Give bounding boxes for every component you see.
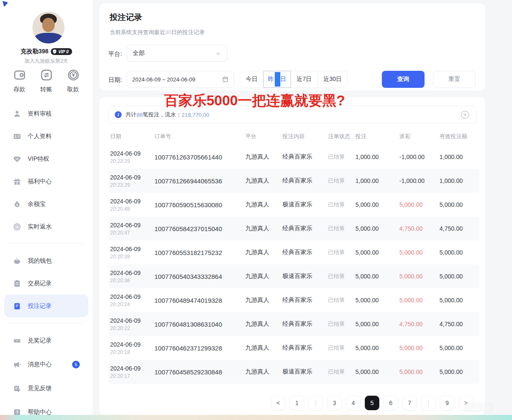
- order-number: 1007760489474019328: [154, 297, 245, 304]
- pagination-page-3[interactable]: 3: [327, 396, 342, 410]
- pagination-page-7[interactable]: 7: [402, 396, 417, 410]
- sidebar-item-rebate[interactable]: 实时返水: [4, 215, 88, 238]
- sidebar-item-label: 资料审核: [28, 110, 52, 118]
- summary-middle: 笔投注，流水：: [143, 111, 181, 119]
- sidebar: 克孜勒398 VIP 0 加入九游娱乐第2天 存款转账取款 资料审核个人资料VI…: [0, 0, 93, 420]
- payout: -1,000.00: [399, 177, 439, 184]
- vip-badge[interactable]: VIP 0: [51, 48, 72, 55]
- order-number: 1007761263705661440: [154, 154, 245, 161]
- bet-date: 2024-06-09: [110, 198, 154, 205]
- bet-time: 20:20:24: [110, 301, 154, 307]
- bet-time: 20:20:22: [110, 325, 154, 331]
- page-title: 投注记录: [110, 12, 142, 23]
- column-header: 派彩: [399, 133, 439, 140]
- bottom-gradient-strip: [0, 415, 512, 420]
- quick-action-withdraw[interactable]: 取款: [67, 68, 80, 93]
- query-button[interactable]: 查询: [382, 71, 425, 88]
- sidebar-nav: 资料审核个人资料VIP特权福利中心余额宝实时返水我的钱包交易记录投注记录兑奖记录…: [4, 102, 88, 420]
- sidebar-item-label: 兑奖记录: [28, 337, 52, 345]
- svg-text:?: ?: [16, 410, 18, 415]
- valid-bet-amount: 5,000.00: [439, 249, 480, 256]
- payout: 4,750.00: [399, 225, 439, 232]
- range-last7[interactable]: 近7日: [291, 71, 318, 88]
- bet-time: 20:20:18: [110, 349, 154, 355]
- date-label: 日期:: [108, 76, 122, 84]
- bet-status: 已结算: [328, 225, 355, 232]
- reset-button[interactable]: 重置: [433, 71, 476, 88]
- table-row: 2024-06-0920:20:361007760540343332864九游真…: [108, 264, 480, 288]
- pagination-page-5[interactable]: 5: [365, 396, 379, 410]
- range-today[interactable]: 今日: [240, 71, 264, 88]
- quick-action-deposit[interactable]: 存款: [13, 68, 26, 93]
- sidebar-item-messages[interactable]: 消息中心5: [4, 353, 88, 377]
- pagination-page-6[interactable]: 6: [384, 396, 398, 410]
- document-icon: [13, 302, 21, 310]
- sidebar-item-label: 个人资料: [28, 133, 52, 140]
- quick-action-transfer[interactable]: 转账: [40, 68, 53, 93]
- sidebar-item-profile[interactable]: 个人资料: [4, 125, 88, 148]
- bet-amount: 5,000.00: [355, 297, 399, 304]
- bet-content: 经典百家乐: [282, 320, 328, 328]
- table-row: 2024-06-0920:20:471007760584237015040九游真…: [108, 217, 480, 240]
- sidebar-item-label: 意见反馈: [28, 385, 52, 392]
- bet-amount: 5,000.00: [355, 249, 399, 256]
- sidebar-item-transactions[interactable]: 交易记录: [4, 272, 88, 295]
- page-subtitle: 当前系统支持查询最近30日的投注记录: [110, 29, 204, 36]
- pagination-ellipsis[interactable]: |...: [308, 396, 323, 410]
- sidebar-item-redeem[interactable]: 兑奖记录: [4, 329, 88, 353]
- target-icon: [13, 223, 21, 231]
- date-range-input[interactable]: 2024-06-09 ~ 2024-06-09: [127, 71, 234, 88]
- bet-time: 20:20:48: [110, 206, 154, 212]
- pagination-page-4[interactable]: 4: [346, 396, 361, 410]
- column-header: 日期: [110, 133, 154, 140]
- pagination: <1|...34567|...9>: [271, 396, 473, 410]
- pagination-prev[interactable]: <: [271, 396, 285, 410]
- sidebar-item-feedback[interactable]: 意见反馈: [4, 377, 88, 400]
- watermark: squ.ne: [463, 403, 493, 412]
- unread-count-badge: 5: [72, 361, 80, 368]
- table-row: 2024-06-0920:23:291007761266944065536九游真…: [108, 169, 480, 193]
- id-card-icon: [13, 132, 21, 141]
- sidebar-item-vip[interactable]: VIP特权: [4, 148, 88, 170]
- column-header: 注单状态: [328, 133, 355, 140]
- bet-date: 2024-06-09: [110, 269, 154, 276]
- range-last30[interactable]: 近30日: [317, 71, 348, 88]
- payout: 4,750.00: [399, 321, 439, 327]
- pagination-ellipsis[interactable]: |...: [421, 396, 436, 410]
- bet-status: 已结算: [328, 344, 355, 352]
- valid-bet-amount: 5,000.00: [439, 201, 480, 208]
- table-header: 日期订单号平台投注内容注单状态投注派彩有效投注额: [110, 128, 478, 145]
- pagination-page-9[interactable]: 9: [440, 396, 454, 410]
- valid-bet-amount: 5,000.00: [439, 345, 480, 351]
- sidebar-item-bets[interactable]: 投注记录: [4, 295, 88, 317]
- platform: 九游真人: [245, 201, 282, 209]
- payout: 5,000.00: [399, 297, 439, 304]
- avatar: [32, 12, 64, 43]
- valid-bet-amount: 4,750.00: [439, 225, 480, 232]
- bet-date: 2024-06-09: [110, 341, 154, 348]
- bet-amount: 5,000.00: [355, 368, 399, 375]
- sidebar-item-yuebao[interactable]: 余额宝: [4, 193, 88, 215]
- sidebar-item-wallet[interactable]: 我的钱包: [4, 249, 88, 272]
- platform-selected-value: 全部: [133, 49, 145, 57]
- sidebar-item-audit[interactable]: 资料审核: [4, 102, 88, 125]
- valid-bet-amount: 1,000.00: [439, 154, 480, 160]
- platform-select[interactable]: 全部: [127, 45, 227, 62]
- person-icon: [13, 110, 21, 118]
- quick-action-label: 存款: [14, 86, 26, 93]
- table-row: 2024-06-0920:20:181007760462371299328九游真…: [108, 336, 480, 360]
- pagination-page-1[interactable]: 1: [290, 396, 304, 410]
- bet-content: 经典百家乐: [282, 225, 328, 232]
- bet-status: 已结算: [328, 201, 355, 209]
- column-header: 订单号: [154, 133, 245, 140]
- platform: 九游真人: [245, 249, 282, 256]
- sidebar-item-welfare[interactable]: 福利中心: [4, 170, 88, 193]
- payout: 5,000.00: [399, 273, 439, 280]
- bet-content: 经典百家乐: [282, 249, 328, 256]
- plus-circle-icon[interactable]: [460, 110, 470, 119]
- yuan-circle-icon: [67, 68, 80, 82]
- range-yesterday[interactable]: 昨日: [263, 71, 291, 88]
- quick-action-label: 转账: [41, 86, 52, 93]
- bet-time: 20:23:29: [110, 158, 154, 164]
- bet-time: 20:20:17: [110, 373, 154, 379]
